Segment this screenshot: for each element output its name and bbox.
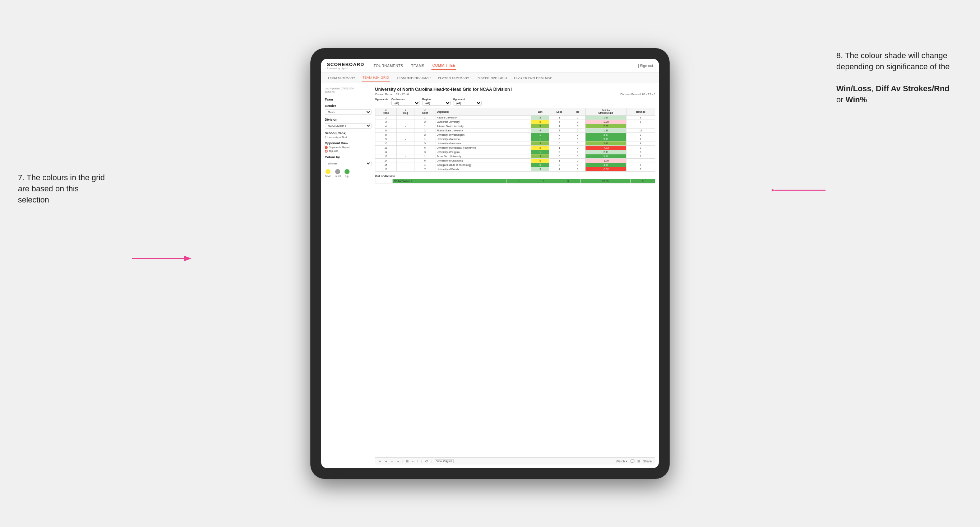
cell-rounds: 9	[627, 167, 655, 171]
cell-rank: 16	[375, 167, 396, 171]
cell-loss: 1	[549, 124, 570, 129]
opponents-played-radio[interactable]: Opponents Played	[325, 146, 371, 149]
cell-rounds: 3	[627, 150, 655, 154]
cell-loss: 0	[549, 154, 570, 159]
colour-by-select[interactable]: Win/loss	[325, 161, 371, 166]
cell-tie: 0	[570, 150, 585, 154]
cell-win: 3	[531, 141, 549, 146]
cell-reg: -	[396, 116, 415, 120]
out-div-loss: 0	[531, 179, 556, 183]
conference-filter: Conference (All)	[391, 98, 420, 106]
cell-tie: 0	[570, 137, 585, 141]
cell-diff: -6.62	[585, 167, 626, 171]
cell-opponent: Florida State University	[435, 129, 531, 133]
undo-button[interactable]: ↩	[379, 460, 382, 463]
cell-reg	[396, 167, 415, 171]
cell-conf: 3	[415, 150, 435, 154]
sec-nav-team-summary[interactable]: TEAM SUMMARY	[327, 75, 356, 81]
sec-nav-player-h2h-heatmap[interactable]: PLAYER H2H HEATMAP	[513, 75, 553, 81]
separator3: |	[431, 460, 432, 463]
cell-tie: 0	[570, 159, 585, 163]
cell-diff: 1.83	[585, 129, 626, 133]
cell-rounds: 3	[627, 133, 655, 137]
cell-opponent: University of Oklahoma	[435, 159, 531, 163]
col-diff: Diff AvStrokes/Rnd	[585, 108, 626, 116]
gender-select[interactable]: Men's	[325, 110, 371, 115]
col-rounds: Rounds	[627, 108, 655, 116]
cell-diff: 4.50	[585, 163, 626, 167]
sign-out-button[interactable]: | Sign out	[638, 64, 653, 68]
division-select[interactable]: NCAA Division I	[325, 123, 371, 129]
cell-win: 2	[531, 116, 549, 120]
cell-loss: 1	[549, 167, 570, 171]
region-select[interactable]: (All)	[422, 101, 451, 106]
table-row: 14 6 University of Oklahoma 0 1 0 -1.00	[375, 159, 655, 163]
logo-sub-text: Powered by clippd	[327, 67, 364, 70]
opponent-select[interactable]: (All)	[453, 101, 482, 106]
cell-rounds	[627, 124, 655, 129]
col-reg: #Reg	[396, 108, 415, 116]
cell-diff: 2.33	[585, 150, 626, 154]
view-original-button[interactable]: View: Original	[435, 459, 454, 463]
table-row: 6 2 Florida State University 4 2 0 1.83 …	[375, 129, 655, 133]
top-100-radio[interactable]: Top 100	[325, 150, 371, 152]
colour-by-section: Colour by Win/loss	[325, 156, 371, 166]
nav-tournaments[interactable]: TOURNAMENTS	[373, 62, 404, 69]
sec-nav-team-h2h-heatmap[interactable]: TEAM H2H HEATMAP	[396, 75, 431, 81]
conference-select[interactable]: (All)	[391, 101, 420, 106]
zoom-in-button[interactable]: +	[416, 460, 418, 463]
sec-nav-team-h2h-grid[interactable]: TEAM H2H GRID	[362, 74, 390, 81]
cell-rank: 14	[375, 159, 396, 163]
cell-reg: -	[396, 154, 415, 159]
out-div-name	[375, 179, 393, 183]
cell-opponent: Auburn University	[435, 116, 531, 120]
grid-view-button[interactable]: ⊟	[637, 460, 640, 463]
table-row: 16 7 University of Florida 3 1 0 -6.62 9	[375, 167, 655, 171]
top-nav: SCOREBOARD Powered by clippd TOURNAMENTS…	[321, 59, 659, 73]
cell-loss: 1	[549, 116, 570, 120]
cell-rounds: 3	[627, 146, 655, 150]
overall-record: Overall Record: 89 - 17 - 0	[375, 93, 409, 96]
cell-tie: 0	[570, 124, 585, 129]
grid-button[interactable]: ⊞	[406, 460, 409, 463]
separator1: |	[402, 460, 403, 463]
nav-committee[interactable]: COMMITTEE	[431, 62, 456, 70]
cell-rounds: 9	[627, 154, 655, 159]
bottom-toolbar: ↩ ↪ ← → | ⊞ − + | ⏱ | View: Original Wat…	[375, 457, 655, 465]
opponent-label: Opponent	[453, 98, 482, 100]
forward-button[interactable]: →	[396, 460, 399, 463]
redo-button[interactable]: ↪	[384, 460, 387, 463]
sec-nav-player-h2h-grid[interactable]: PLAYER H2H GRID	[476, 75, 508, 81]
cell-win: 5	[531, 124, 549, 129]
comment-button[interactable]: 💬	[630, 460, 635, 463]
tablet-device: SCOREBOARD Powered by clippd TOURNAMENTS…	[310, 48, 670, 479]
secondary-nav: TEAM SUMMARY TEAM H2H GRID TEAM H2H HEAT…	[321, 73, 659, 83]
clock-button[interactable]: ⏱	[425, 460, 428, 463]
zoom-out-button[interactable]: −	[412, 460, 414, 463]
annotation-left: 7. The colours in the grid are based on …	[18, 172, 111, 205]
table-row: 2 - 1 Auburn University 2 1 0 1.67 9	[375, 116, 655, 120]
watch-button[interactable]: Watch ▾	[616, 460, 628, 463]
cell-diff: -4.33	[585, 146, 626, 150]
opponents-filter-label: Opponents:	[375, 98, 389, 100]
cell-opponent: University of Virginia	[435, 150, 531, 154]
cell-reg	[396, 150, 415, 154]
team-label: Team	[325, 98, 371, 101]
cell-diff: 2.28	[585, 124, 626, 129]
back-button[interactable]: ←	[390, 460, 393, 463]
filters-row: Opponents: Conference (All) Region (All)	[375, 98, 655, 106]
cell-tie: 0	[570, 163, 585, 167]
radio-dot-played	[325, 146, 328, 149]
cell-diff: 2.61	[585, 141, 626, 146]
legend-level: Level	[335, 169, 341, 177]
col-opponent: Opponent	[435, 108, 531, 116]
gender-section: Gender Men's	[325, 104, 371, 115]
cell-rank: 13	[375, 154, 396, 159]
nav-teams[interactable]: TEAMS	[410, 62, 425, 69]
cell-opponent: University of Washington	[435, 133, 531, 137]
cell-tie: 0	[570, 129, 585, 133]
sec-nav-player-summary[interactable]: PLAYER SUMMARY	[437, 75, 470, 81]
arrow-right	[772, 183, 829, 197]
cell-conf: 6	[415, 159, 435, 163]
share-button[interactable]: Share	[643, 460, 652, 463]
